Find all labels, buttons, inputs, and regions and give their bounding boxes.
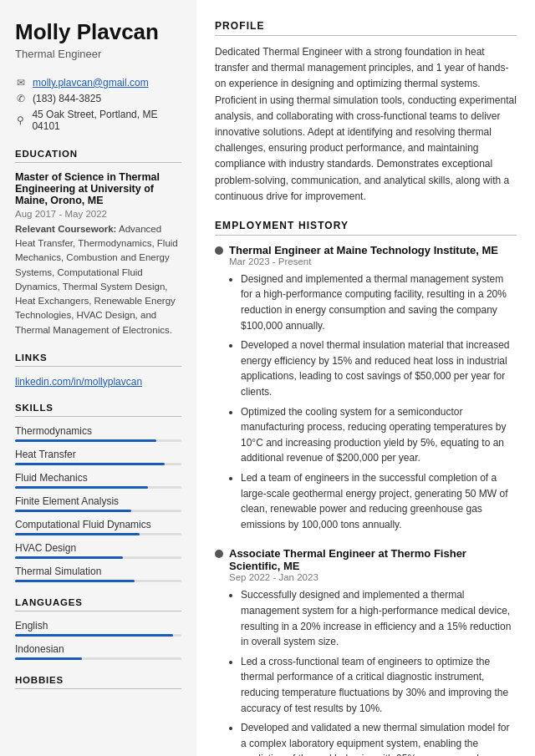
language-item: English [15, 620, 181, 637]
job-bullet: Led a cross-functional team of engineers… [241, 654, 517, 716]
job-title-row: Thermal Engineer at Maine Technology Ins… [215, 244, 517, 256]
skill-label: Heat Transfer [15, 449, 181, 460]
language-item: Indonesian [15, 643, 181, 660]
job-bullet: Led a team of engineers in the successfu… [241, 470, 517, 532]
skill-item: Heat Transfer [15, 449, 181, 465]
job-title-row: Associate Thermal Engineer at Thermo Fis… [215, 547, 517, 572]
profile-section-title: PROFILE [215, 20, 517, 36]
employment-section-title: EMPLOYMENT HISTORY [215, 220, 517, 236]
skill-label: Computational Fluid Dynamics [15, 519, 181, 530]
candidate-title: Thermal Engineer [15, 48, 181, 60]
skill-item: HVAC Design [15, 542, 181, 559]
skill-label: Fluid Mechanics [15, 472, 181, 484]
hobbies-section-title: HOBBIES [15, 675, 181, 689]
skill-bar-fill [15, 580, 135, 582]
email-item: ✉ molly.plavcan@gmail.com [15, 77, 181, 89]
edu-coursework: Relevant Coursework: Advanced Heat Trans… [15, 222, 181, 337]
skill-bar-bg [15, 510, 181, 512]
skill-bar-bg [15, 580, 181, 582]
education-section-title: EDUCATION [15, 149, 181, 163]
employment-item: Thermal Engineer at Maine Technology Ins… [215, 244, 517, 533]
linkedin-link[interactable]: linkedin.com/in/mollyplavcan [15, 376, 142, 388]
skill-item: Finite Element Analysis [15, 495, 181, 512]
phone-text: (183) 844-3825 [33, 93, 101, 104]
skills-list: Thermodynamics Heat Transfer Fluid Mecha… [15, 425, 181, 582]
job-bullet: Developed and validated a new thermal si… [241, 720, 517, 756]
emp-dot [215, 246, 223, 255]
job-bullet: Successfully designed and implemented a … [241, 587, 517, 649]
job-bullet: Designed and implemented a thermal manag… [241, 271, 517, 333]
job-title: Associate Thermal Engineer at Thermo Fis… [229, 547, 517, 572]
skill-label: Thermodynamics [15, 425, 181, 437]
links-section-title: LINKS [15, 353, 181, 367]
employment-item: Associate Thermal Engineer at Thermo Fis… [215, 547, 517, 756]
language-bar-fill [15, 657, 82, 660]
skill-bar-bg [15, 533, 181, 535]
location-icon: ⚲ [15, 114, 26, 126]
resume-container: Molly Plavcan Thermal Engineer ✉ molly.p… [0, 0, 535, 756]
coursework-label: Relevant Coursework: [15, 224, 116, 234]
skill-item: Thermal Simulation [15, 566, 181, 582]
skill-bar-bg [15, 439, 181, 442]
skill-label: HVAC Design [15, 542, 181, 554]
skills-section-title: SKILLS [15, 403, 181, 417]
languages-list: English Indonesian [15, 620, 181, 660]
skill-item: Computational Fluid Dynamics [15, 519, 181, 535]
skill-label: Finite Element Analysis [15, 495, 181, 507]
edu-dates: Aug 2017 - May 2022 [15, 209, 181, 219]
skill-bar-fill [15, 439, 156, 442]
skill-item: Fluid Mechanics [15, 472, 181, 489]
skill-bar-bg [15, 486, 181, 489]
job-bullet: Developed a novel thermal insulation mat… [241, 337, 517, 399]
skill-bar-bg [15, 556, 181, 559]
email-link[interactable]: molly.plavcan@gmail.com [33, 77, 149, 89]
phone-item: ✆ (183) 844-3825 [15, 93, 181, 104]
candidate-name: Molly Plavcan [15, 20, 181, 45]
language-label: English [15, 620, 181, 632]
address-item: ⚲ 45 Oak Street, Portland, ME 04101 [15, 109, 181, 132]
job-bullets: Designed and implemented a thermal manag… [229, 271, 517, 533]
coursework-text: Advanced Heat Transfer, Thermodynamics, … [15, 224, 178, 335]
main-content: PROFILE Dedicated Thermal Engineer with … [196, 0, 535, 756]
language-bar-bg [15, 657, 181, 660]
skill-item: Thermodynamics [15, 425, 181, 442]
skill-label: Thermal Simulation [15, 566, 181, 577]
job-dates: Sep 2022 - Jan 2023 [229, 572, 517, 582]
skill-bar-bg [15, 463, 181, 465]
email-icon: ✉ [15, 77, 27, 89]
linkedin-item: linkedin.com/in/mollyplavcan [15, 375, 181, 388]
skill-bar-fill [15, 510, 131, 512]
job-bullets: Successfully designed and implemented a … [229, 587, 517, 756]
job-title: Thermal Engineer at Maine Technology Ins… [229, 244, 498, 256]
languages-section-title: LANGUAGES [15, 597, 181, 611]
skill-bar-fill [15, 463, 165, 465]
phone-icon: ✆ [15, 93, 27, 104]
language-bar-fill [15, 634, 173, 637]
job-dates: Mar 2023 - Present [229, 256, 517, 266]
language-bar-bg [15, 634, 181, 637]
skill-bar-fill [15, 486, 148, 489]
address-text: 45 Oak Street, Portland, ME 04101 [32, 109, 181, 132]
sidebar: Molly Plavcan Thermal Engineer ✉ molly.p… [0, 0, 196, 756]
employment-list: Thermal Engineer at Maine Technology Ins… [215, 244, 517, 756]
profile-text: Dedicated Thermal Engineer with a strong… [215, 44, 517, 205]
skill-bar-fill [15, 533, 140, 535]
job-bullet: Optimized the cooling system for a semic… [241, 404, 517, 466]
emp-dot [215, 550, 223, 558]
skill-bar-fill [15, 556, 123, 559]
contact-block: ✉ molly.plavcan@gmail.com ✆ (183) 844-38… [15, 77, 181, 132]
language-label: Indonesian [15, 643, 181, 655]
edu-degree: Master of Science in Thermal Engineering… [15, 171, 181, 206]
